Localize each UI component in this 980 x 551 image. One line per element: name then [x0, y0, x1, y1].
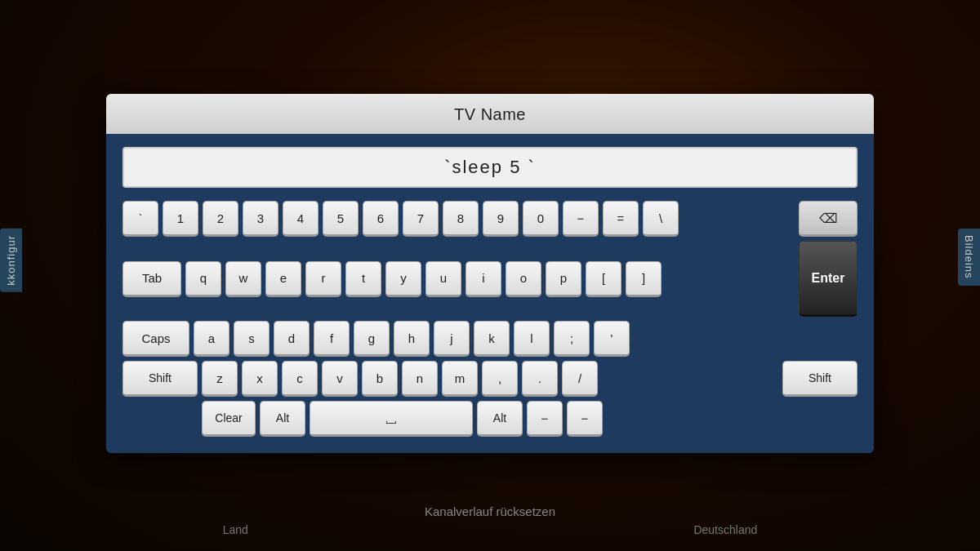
key-1[interactable]: 1 — [163, 201, 198, 237]
key-k[interactable]: k — [474, 321, 510, 357]
key-u[interactable]: u — [425, 261, 461, 297]
key-row-4: Shift z x c v b n m , . / Shift — [122, 361, 858, 397]
bottom-row2: Land Deutschland — [0, 523, 980, 536]
key-5[interactable]: 5 — [323, 201, 359, 237]
key-8[interactable]: 8 — [443, 201, 479, 237]
tab-key[interactable]: Tab — [122, 261, 181, 297]
key-special-minus1[interactable]: − — [527, 401, 563, 437]
dialog-title: TV Name — [106, 94, 874, 134]
backspace-key[interactable]: ⌫ — [799, 201, 858, 237]
key-row-5: Clear Alt ⎵ Alt − − — [122, 401, 858, 437]
key-9[interactable]: 9 — [483, 201, 519, 237]
shift-left-key[interactable]: Shift — [122, 361, 198, 397]
key-3[interactable]: 3 — [243, 201, 278, 237]
bottom-land-value: Deutschland — [693, 523, 757, 536]
enter-key[interactable]: Enter — [799, 241, 858, 317]
key-s[interactable]: s — [234, 321, 270, 357]
key-c[interactable]: c — [282, 361, 318, 397]
side-menu-right: Bildeins — [958, 229, 980, 286]
key-minus[interactable]: − — [563, 201, 599, 237]
key-q[interactable]: q — [185, 261, 221, 297]
key-b[interactable]: b — [362, 361, 398, 397]
key-m[interactable]: m — [442, 361, 478, 397]
key-4[interactable]: 4 — [283, 201, 318, 237]
alt-left-key[interactable]: Alt — [260, 401, 305, 437]
key-6[interactable]: 6 — [363, 201, 399, 237]
key-r[interactable]: r — [305, 261, 341, 297]
key-special-minus2[interactable]: − — [567, 401, 603, 437]
key-7[interactable]: 7 — [403, 201, 439, 237]
key-y[interactable]: y — [385, 261, 421, 297]
dialog-body: `sleep 5 ` ` 1 2 3 4 5 6 7 8 9 0 − = \ ⌫ — [106, 134, 874, 453]
key-z[interactable]: z — [202, 361, 238, 397]
key-t[interactable]: t — [345, 261, 381, 297]
key-quote[interactable]: ' — [594, 321, 630, 357]
key-row-2: Tab q w e r t y u i o p [ ] Enter — [122, 241, 858, 317]
key-period[interactable]: . — [522, 361, 558, 397]
key-comma[interactable]: , — [482, 361, 518, 397]
key-backslash[interactable]: \ — [643, 201, 679, 237]
key-row-3: Caps a s d f g h j k l ; ' — [122, 321, 858, 357]
key-semicolon[interactable]: ; — [554, 321, 590, 357]
key-e[interactable]: e — [265, 261, 301, 297]
key-g[interactable]: g — [354, 321, 390, 357]
key-w[interactable]: w — [225, 261, 261, 297]
key-v[interactable]: v — [322, 361, 358, 397]
clear-key[interactable]: Clear — [202, 401, 256, 437]
key-l[interactable]: l — [514, 321, 550, 357]
key-n[interactable]: n — [402, 361, 438, 397]
key-a[interactable]: a — [194, 321, 229, 357]
key-d[interactable]: d — [274, 321, 310, 357]
space-key[interactable]: ⎵ — [310, 401, 473, 437]
key-x[interactable]: x — [242, 361, 278, 397]
key-f[interactable]: f — [314, 321, 350, 357]
key-2[interactable]: 2 — [203, 201, 238, 237]
key-open-bracket[interactable]: [ — [586, 261, 621, 297]
key-i[interactable]: i — [466, 261, 501, 297]
key-close-bracket[interactable]: ] — [626, 261, 662, 297]
tv-name-input[interactable]: `sleep 5 ` — [122, 147, 858, 188]
key-j[interactable]: j — [434, 321, 470, 357]
keyboard: ` 1 2 3 4 5 6 7 8 9 0 − = \ ⌫ Tab q — [122, 201, 858, 437]
key-0[interactable]: 0 — [523, 201, 559, 237]
alt-right-key[interactable]: Alt — [477, 401, 523, 437]
shift-right-key[interactable]: Shift — [782, 361, 858, 397]
key-backtick[interactable]: ` — [122, 201, 158, 237]
key-o[interactable]: o — [506, 261, 541, 297]
key-p[interactable]: p — [546, 261, 581, 297]
bottom-menu-item: Kanalverlauf rücksetzen — [0, 504, 980, 518]
tv-name-dialog: TV Name `sleep 5 ` ` 1 2 3 4 5 6 7 8 9 0… — [106, 94, 874, 453]
key-slash[interactable]: / — [562, 361, 598, 397]
key-row-1: ` 1 2 3 4 5 6 7 8 9 0 − = \ ⌫ — [122, 201, 858, 237]
key-h[interactable]: h — [394, 321, 430, 357]
side-menu-left: kkonfigur — [0, 229, 22, 292]
key-equals[interactable]: = — [603, 201, 639, 237]
bottom-land-label: Land — [223, 523, 248, 536]
caps-key[interactable]: Caps — [122, 321, 189, 357]
